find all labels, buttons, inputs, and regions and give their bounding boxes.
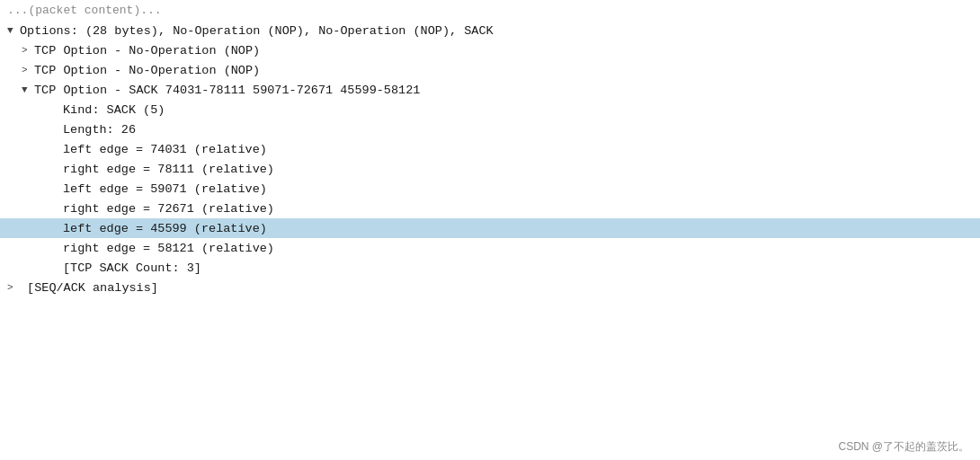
tree-text-2: TCP Option - No-Operation (NOP) (34, 64, 260, 77)
left-edge-2-line[interactable]: left edge = 59071 (relative) (0, 179, 980, 199)
right-edge-2-line[interactable]: right edge = 72671 (relative) (0, 199, 980, 218)
tree-text-6: left edge = 74031 (relative) (63, 143, 267, 156)
nop1-line[interactable]: > TCP Option - No-Operation (NOP) (0, 40, 980, 60)
tree-toggle-3[interactable]: ▼ (22, 84, 34, 95)
top-truncated-indicator: ...(packet content)... (0, 0, 980, 21)
right-edge-3-line[interactable]: right edge = 58121 (relative) (0, 238, 980, 258)
tree-text-5: Length: 26 (63, 123, 136, 137)
tree-text-8: left edge = 59071 (relative) (63, 182, 267, 196)
seq-ack-text: [SEQ/ACK analysis] (20, 281, 158, 295)
sack-line[interactable]: ▼ TCP Option - SACK 74031-78111 59071-72… (0, 80, 980, 100)
tree-toggle-11 (50, 243, 63, 253)
truncated-text: ...(packet content)... (7, 4, 162, 17)
left-edge-3-line[interactable]: left edge = 45599 (relative) (0, 218, 980, 238)
nop2-line[interactable]: > TCP Option - No-Operation (NOP) (0, 60, 980, 80)
wireshark-panel: ...(packet content)... ▼ Options: (28 by… (0, 0, 980, 460)
tree-toggle-5 (50, 124, 63, 135)
tree-text-9: right edge = 72671 (relative) (63, 202, 274, 216)
tree-text-0: Options: (28 bytes), No-Operation (NOP),… (20, 24, 494, 38)
tree-toggle-10 (50, 223, 63, 234)
options-line[interactable]: ▼ Options: (28 bytes), No-Operation (NOP… (0, 21, 980, 40)
tree-text-7: right edge = 78111 (relative) (63, 163, 274, 176)
tree-text-1: TCP Option - No-Operation (NOP) (34, 44, 260, 58)
tree-text-3: TCP Option - SACK 74031-78111 59071-7267… (34, 84, 420, 97)
right-edge-1-line[interactable]: right edge = 78111 (relative) (0, 159, 980, 179)
watermark: CSDN @了不起的盖茨比。 (838, 439, 969, 455)
seq-ack-toggle[interactable]: > (7, 282, 20, 293)
tree-toggle-1[interactable]: > (22, 45, 34, 56)
tree-text-11: right edge = 58121 (relative) (63, 242, 274, 255)
bottom-truncated-line[interactable]: > [SEQ/ACK analysis] (0, 278, 980, 297)
left-edge-1-line[interactable]: left edge = 74031 (relative) (0, 139, 980, 159)
kind-line[interactable]: Kind: SACK (5) (0, 100, 980, 119)
tree-text-10: left edge = 45599 (relative) (63, 222, 267, 235)
tree-toggle-0[interactable]: ▼ (7, 25, 20, 36)
tree-toggle-6 (50, 144, 63, 155)
tree-toggle-12 (50, 262, 63, 273)
tree-toggle-8 (50, 183, 63, 194)
length-line[interactable]: Length: 26 (0, 119, 980, 139)
tree-toggle-4 (50, 104, 63, 115)
tree-text-12: [TCP SACK Count: 3] (63, 261, 201, 275)
tcp-sack-count-line[interactable]: [TCP SACK Count: 3] (0, 258, 980, 278)
tree-toggle-9 (50, 203, 63, 214)
packet-detail-tree: ▼ Options: (28 bytes), No-Operation (NOP… (0, 21, 980, 278)
tree-toggle-7 (50, 164, 63, 174)
tree-toggle-2[interactable]: > (22, 65, 34, 75)
tree-text-4: Kind: SACK (5) (63, 103, 165, 117)
